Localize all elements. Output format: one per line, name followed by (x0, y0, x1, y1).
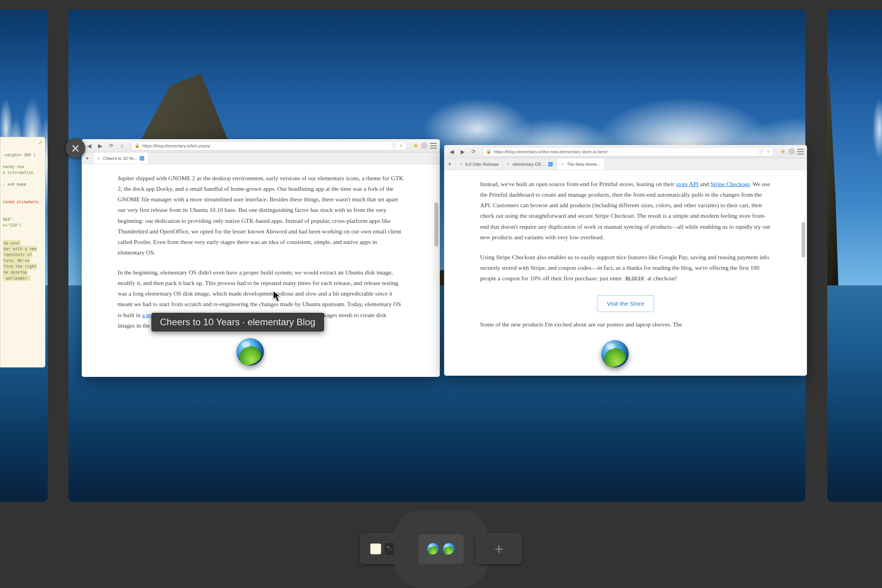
back-button[interactable]: ◀ (447, 147, 456, 156)
code-editor-thumbnail-icon (370, 543, 381, 554)
url-text: https://blog.elementary.io/ten-years/ (142, 143, 389, 148)
tab-elementary-os[interactable]: × elementary OS ... (503, 158, 557, 170)
lock-icon: 🔒 (486, 149, 491, 154)
browser-toolbar: ◀ ▶ ⟳ ⌂ 🔒 https://blog.elementary.io/ten… (82, 139, 440, 152)
tab-close-icon[interactable]: × (460, 162, 462, 167)
web-browser-app-icon (601, 340, 629, 368)
tab-title: 6.0 Odin Release (465, 162, 498, 167)
url-text: https://blog.elementary.io/the-new-eleme… (494, 149, 756, 154)
tab-odin-release[interactable]: × 6.0 Odin Release (456, 158, 503, 170)
reader-mode-icon[interactable]: 📄 (758, 149, 764, 154)
workspace-next[interactable] (827, 9, 882, 502)
maximize-icon[interactable]: ⤢ (38, 139, 43, 147)
article-paragraph: Using Stripe Checkout also enables us to… (480, 252, 771, 283)
web-browser-thumbnail-icon (443, 543, 455, 555)
workspace-switcher: + (0, 518, 882, 580)
hamburger-menu-icon[interactable] (797, 149, 804, 154)
text-editor-window-edge[interactable]: ⤢ -neight= 300 ) nandy new e information… (0, 137, 45, 368)
article-paragraph: Instead, we've built an open source fron… (480, 179, 771, 242)
hamburger-menu-icon[interactable] (430, 143, 437, 149)
address-bar[interactable]: 🔒 https://blog.elementary.io/ten-years/ … (131, 141, 407, 151)
bookmark-icon[interactable]: ☆ (399, 143, 403, 148)
tab-favicon (548, 162, 553, 167)
forward-button[interactable]: ▶ (96, 142, 104, 150)
article-paragraph: Some of the new products I'm excited abo… (480, 319, 771, 330)
visit-store-button[interactable]: Visit the Store (597, 295, 654, 312)
window-title-tooltip: Cheers to 10 Years · elementary Blog (151, 313, 324, 332)
account-icon[interactable] (421, 142, 428, 149)
tab-close-icon[interactable]: × (507, 162, 509, 167)
star-icon[interactable]: ★ (780, 147, 786, 156)
star-icon[interactable]: ★ (413, 142, 419, 150)
tab-favicon (140, 156, 144, 161)
coupon-code: BLOG10 (624, 275, 646, 282)
tab-title: elementary OS ... (513, 162, 546, 167)
tab-bar: + × 6.0 Odin Release × elementary OS ...… (444, 158, 807, 170)
plus-icon: + (495, 541, 503, 558)
reload-button[interactable]: ⟳ (107, 142, 115, 150)
tab-title: The New eleme... (567, 162, 601, 167)
browser-toolbar: ◀ ▶ ⟳ 🔒 https://blog.elementary.io/the-n… (444, 145, 807, 158)
tab-new-store[interactable]: × The New eleme... (557, 158, 605, 170)
bookmark-icon[interactable]: ☆ (766, 149, 770, 154)
tab-cheers-10-years[interactable]: × Cheers to 10 Ye... (93, 152, 149, 164)
tab-title: Cheers to 10 Ye... (103, 156, 137, 161)
article-paragraph: Jupiter shipped with GNOME 2 as the desk… (118, 173, 404, 258)
workspace-tile-1[interactable] (360, 534, 406, 564)
workspace-tile-2-current[interactable] (418, 534, 464, 564)
address-bar[interactable]: 🔒 https://blog.elementary.io/the-new-ele… (482, 147, 774, 156)
reload-button[interactable]: ⟳ (469, 147, 478, 156)
inline-link-store-api[interactable]: store API (676, 181, 699, 187)
lock-icon: 🔒 (134, 143, 140, 148)
window-close-button[interactable] (66, 138, 85, 158)
add-workspace-button[interactable]: + (476, 534, 522, 564)
reader-mode-icon[interactable]: 📄 (391, 143, 397, 148)
tab-close-icon[interactable]: × (97, 156, 100, 161)
tab-close-icon[interactable]: × (561, 162, 563, 167)
inline-link-stripe-checkout[interactable]: Stripe Checkout (710, 181, 749, 187)
new-tab-button[interactable]: + (444, 158, 456, 170)
web-browser-thumbnail-icon (427, 543, 439, 555)
multitasking-view: ⤢ -neight= 300 ) nandy new e information… (0, 0, 882, 588)
new-tab-button[interactable]: + (82, 152, 93, 164)
tab-bar: + × Cheers to 10 Ye... (82, 152, 440, 164)
forward-button[interactable]: ▶ (458, 147, 467, 156)
home-button[interactable]: ⌂ (118, 142, 126, 150)
back-button[interactable]: ◀ (85, 142, 93, 150)
web-browser-app-icon (237, 338, 264, 366)
scrollbar[interactable] (434, 192, 438, 375)
account-icon[interactable] (788, 148, 795, 155)
terminal-thumbnail-icon (385, 543, 396, 554)
scrollbar[interactable] (801, 197, 805, 374)
